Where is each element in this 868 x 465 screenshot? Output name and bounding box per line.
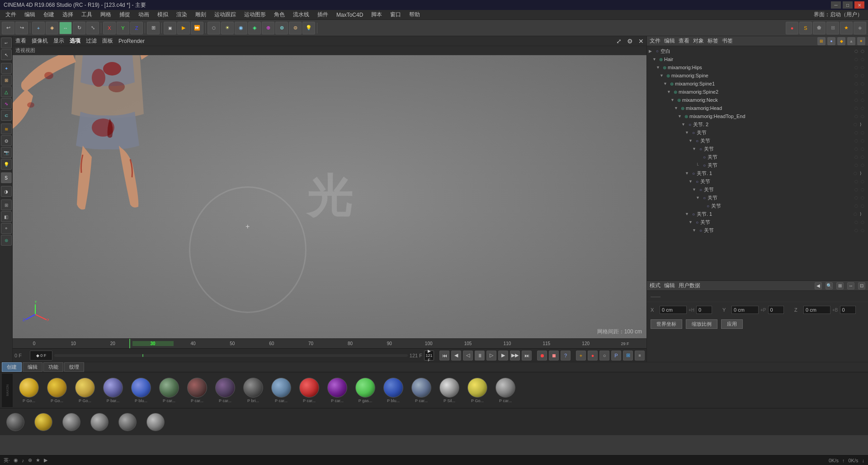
redo-button[interactable]: ↪ bbox=[15, 22, 28, 34]
mat-steel[interactable]: P car... bbox=[408, 378, 435, 403]
add-key-button[interactable]: + bbox=[576, 351, 586, 361]
timeline-container[interactable]: 0 10 20 30 40 50 60 70 80 90 100 105 110… bbox=[13, 338, 646, 348]
tool-mode1[interactable]: ↩ bbox=[1, 38, 12, 48]
mat-ball-blue1[interactable] bbox=[131, 378, 151, 398]
menu-window[interactable]: 窗口 bbox=[387, 10, 405, 19]
mat-ball2-gray1[interactable] bbox=[6, 413, 24, 431]
apply-button[interactable]: 应用 bbox=[721, 319, 743, 329]
menu-mograph[interactable]: 运动图形 bbox=[241, 10, 269, 19]
vp-settings-icon[interactable]: ⚙ bbox=[627, 38, 633, 45]
move-button[interactable]: ↔ bbox=[59, 22, 72, 34]
mat-ball-red[interactable] bbox=[299, 378, 319, 398]
vp-display[interactable]: 显示 bbox=[53, 37, 64, 45]
mat-car3[interactable]: P car... bbox=[212, 378, 239, 403]
axis-x-button[interactable]: X bbox=[103, 22, 116, 34]
render-active-button[interactable]: ▶ bbox=[177, 22, 190, 34]
fx-button[interactable]: ⊛ bbox=[275, 22, 288, 34]
right-tool3[interactable]: ⬟ bbox=[813, 22, 826, 34]
tree-item-joint-l4[interactable]: ○ 关节 ◌ ◌ bbox=[647, 153, 868, 161]
tool-deform[interactable]: ≋ bbox=[1, 123, 12, 134]
vp-prorender[interactable]: ProRender bbox=[118, 38, 145, 44]
tree-item-joint-l5[interactable]: └ ○ 关节 ◌ ◌ bbox=[647, 161, 868, 169]
pause-button[interactable]: ⏸ bbox=[475, 351, 485, 361]
scene-tree[interactable]: ▶ ○ 空白 ◌ ◌ ▼ ⊛ Hair ◌ ◌ bbox=[647, 46, 868, 280]
rp-icon5[interactable]: ✦ bbox=[857, 37, 865, 45]
mat-blue1[interactable]: P blu... bbox=[127, 378, 155, 403]
mat-gold1[interactable]: P Go... bbox=[15, 378, 42, 403]
tree-item-spine1[interactable]: ▼ ⊛ mixamorig:Spine1 ◌ ◌ bbox=[647, 80, 868, 88]
vp-view[interactable]: 查看 bbox=[15, 37, 26, 45]
mat-ball2-gray5[interactable] bbox=[146, 413, 165, 431]
menu-interface[interactable]: 界面：启动（用户） bbox=[810, 10, 866, 19]
go-end-button[interactable]: ⏭ bbox=[522, 351, 532, 361]
menu-maxtoc4d[interactable]: MaxToC4D bbox=[333, 11, 367, 19]
rp-tag[interactable]: 标签 bbox=[708, 37, 718, 45]
maximize-button[interactable]: □ bbox=[843, 1, 853, 9]
rotate-button[interactable]: ↻ bbox=[73, 22, 85, 34]
menu-sculpt[interactable]: 雕刻 bbox=[192, 10, 210, 19]
rp-icon4[interactable]: ▲ bbox=[847, 37, 855, 45]
tool-grid[interactable]: ⊞ bbox=[1, 199, 12, 210]
mat-purple[interactable]: P bar... bbox=[99, 378, 127, 403]
tab-edit[interactable]: 编辑 bbox=[23, 362, 42, 372]
play-mode-button[interactable]: ○ bbox=[599, 351, 609, 361]
menu-character[interactable]: 角色 bbox=[270, 10, 288, 19]
vp-options[interactable]: 选项 bbox=[70, 37, 80, 45]
light2-button[interactable]: 💡 bbox=[302, 22, 315, 34]
vp-camera[interactable]: 摄像机 bbox=[32, 37, 48, 45]
next-key-button[interactable]: ▶▶ bbox=[510, 351, 520, 361]
tab-function[interactable]: 功能 bbox=[43, 362, 63, 372]
prop-icon2[interactable]: ⊞ bbox=[836, 282, 844, 289]
coord-p-input[interactable] bbox=[768, 306, 784, 314]
mat2-gray3[interactable] bbox=[86, 413, 113, 431]
mat-gray2[interactable]: P car... bbox=[492, 378, 519, 403]
tree-item-joint-m4[interactable]: ○ 关节 ◌ ◌ bbox=[647, 202, 868, 210]
menu-select[interactable]: 选择 bbox=[59, 10, 77, 19]
rp-bookmark[interactable]: 书签 bbox=[722, 37, 733, 45]
prop-edit[interactable]: 编辑 bbox=[664, 282, 675, 289]
texture-button[interactable]: ◈ bbox=[248, 22, 261, 34]
coord-h-input[interactable] bbox=[696, 306, 712, 314]
tree-item-joint1-b[interactable]: ▼ ○ 关节. 1 ◌ ⟩ bbox=[647, 210, 868, 218]
tree-item-hips[interactable]: ▼ ⊛ mixamorig:Hips ◌ ◌ bbox=[647, 63, 868, 71]
prop-search[interactable]: 🔍 bbox=[826, 282, 833, 289]
mat-ball-ygold[interactable] bbox=[467, 378, 487, 398]
menu-script[interactable]: 脚本 bbox=[368, 10, 386, 19]
mat-ygold[interactable]: P Go... bbox=[464, 378, 491, 403]
mat-car2[interactable]: P car... bbox=[184, 378, 211, 403]
tree-item-joint1-a[interactable]: ▼ ○ 关节. 1 ◌ ⟩ bbox=[647, 169, 868, 177]
preview-button[interactable]: P bbox=[611, 351, 621, 361]
menu-mesh[interactable]: 网格 bbox=[97, 10, 115, 19]
mat-ball-car2[interactable] bbox=[187, 378, 207, 398]
tree-item-joint2[interactable]: ▼ ○ 关节. 2 ◌ ⟩ bbox=[647, 120, 868, 128]
tool-s[interactable]: S bbox=[1, 172, 12, 183]
rp-icon3[interactable]: ◆ bbox=[837, 37, 845, 45]
right-tool2[interactable]: S bbox=[799, 22, 812, 34]
mat2-gray4[interactable] bbox=[114, 413, 141, 431]
coord-y-input[interactable] bbox=[731, 306, 759, 314]
mat-red[interactable]: P car... bbox=[296, 378, 323, 403]
vp-close-icon[interactable]: ✕ bbox=[638, 38, 644, 45]
motion-button[interactable]: ⊞ bbox=[623, 351, 633, 361]
render-all-button[interactable]: ⏩ bbox=[191, 22, 203, 34]
prop-icon4[interactable]: ⊡ bbox=[858, 282, 865, 289]
menu-file[interactable]: 文件 bbox=[2, 10, 20, 19]
tree-item-joint-r1[interactable]: ▼ ○ 关节 ◌ ◌ bbox=[647, 218, 868, 226]
mat-ball-gold3[interactable] bbox=[75, 378, 95, 398]
mat-ball-car3[interactable] bbox=[215, 378, 235, 398]
go-start-button[interactable]: ⏮ bbox=[439, 351, 449, 361]
tool-camera-tool[interactable]: 📷 bbox=[1, 147, 12, 158]
menu-motion-tracker[interactable]: 运动跟踪 bbox=[211, 10, 240, 19]
rp-icon1[interactable]: ⊞ bbox=[817, 37, 826, 45]
mat-ball-steel[interactable] bbox=[411, 378, 431, 398]
menu-tools[interactable]: 工具 bbox=[78, 10, 96, 19]
mat-blue2[interactable]: P blu... bbox=[380, 378, 407, 403]
menu-create[interactable]: 创建 bbox=[40, 10, 58, 19]
tool-spline[interactable]: ∿ bbox=[1, 98, 12, 109]
tree-item-spine2[interactable]: ▼ ⊛ mixamorig:Spine2 ◌ ◌ bbox=[647, 88, 868, 96]
mat-ball-purple[interactable] bbox=[103, 378, 123, 398]
mat2-gold1[interactable] bbox=[30, 413, 57, 431]
tool-bone2[interactable]: ⊛ bbox=[1, 235, 12, 246]
undo-button[interactable]: ↩ bbox=[2, 22, 14, 34]
mat-ball-violet[interactable] bbox=[327, 378, 347, 398]
